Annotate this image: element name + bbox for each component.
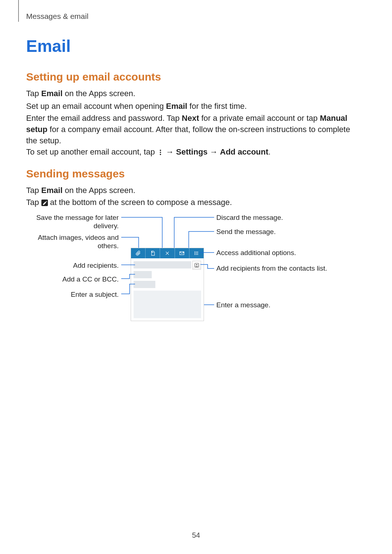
paragraph-4: To set up another email account, tap → S… — [26, 146, 360, 157]
heading-setting-up: Setting up email accounts — [26, 71, 161, 83]
svg-point-1 — [160, 152, 161, 153]
paragraph-3: Enter the email address and password. Ta… — [26, 112, 360, 146]
compose-diagram: Save the message for later delivery. Att… — [26, 213, 360, 322]
heading-sending-messages: Sending messages — [26, 168, 125, 180]
more-vert-icon — [157, 147, 164, 154]
svg-point-0 — [160, 150, 161, 151]
page: Messages & email Email Setting up email … — [0, 0, 392, 554]
page-number: 54 — [0, 531, 392, 539]
callout-leader-lines — [26, 213, 360, 322]
heading-email: Email — [26, 36, 71, 56]
compose-icon — [41, 198, 48, 204]
paragraph-1: Tap Email on the Apps screen. — [26, 88, 360, 99]
header-corner-mark — [18, 0, 19, 22]
paragraph-2: Set up an email account when opening Ema… — [26, 100, 360, 112]
paragraph-6: Tap at the bottom of the screen to compo… — [26, 197, 360, 208]
paragraph-5: Tap Email on the Apps screen. — [26, 185, 360, 196]
breadcrumb: Messages & email — [26, 12, 89, 21]
svg-point-2 — [160, 154, 161, 155]
